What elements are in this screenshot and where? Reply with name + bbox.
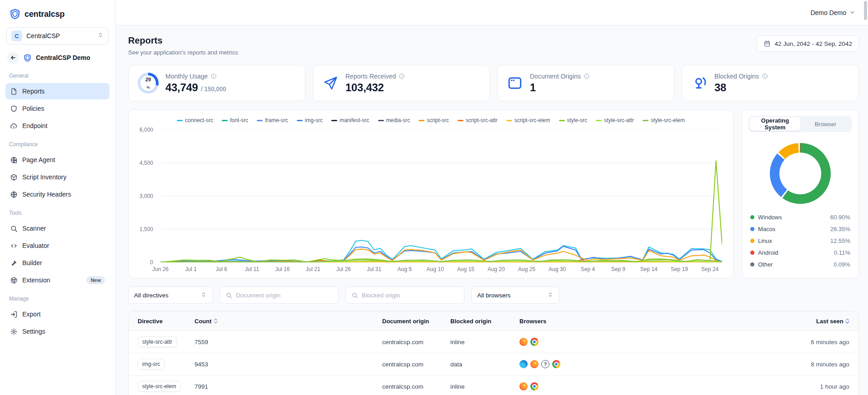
x-tick: Jul 31 [367, 266, 381, 272]
table-row-style-src-attr[interactable]: style-src-attr 7559 centralcsp.com inlin… [129, 331, 858, 353]
legend-style-src-elem: style-src-elem [643, 117, 685, 123]
info-icon[interactable] [210, 73, 217, 79]
sidebar-item-export[interactable]: Export [5, 306, 110, 322]
browsers-filter-select[interactable]: All browsers [471, 286, 559, 304]
sidebar-item-settings[interactable]: Settings [5, 323, 110, 340]
user-name: Demo Demo [810, 9, 846, 16]
back-button[interactable] [7, 52, 19, 64]
sidebar-section-manage: Manage [5, 289, 110, 305]
table-row-style-src-elem[interactable]: style-src-elem 7991 centralcsp.com inlin… [129, 375, 858, 395]
legend-swatch [559, 120, 565, 121]
legend-swatch [297, 120, 303, 121]
donut-hole [779, 153, 821, 194]
brand-logo: centralcsp [5, 6, 110, 25]
code-icon [10, 242, 18, 250]
sidebar-item-script-inventory[interactable]: Script Inventory [5, 169, 110, 185]
x-tick: Jul 1 [185, 266, 196, 272]
x-tick: Sep 14 [640, 266, 658, 272]
directive-badge: img-src [138, 359, 165, 370]
x-tick: Aug 20 [488, 266, 505, 272]
blocked-origin-input[interactable] [362, 292, 459, 299]
x-tick: Sep 9 [611, 266, 625, 272]
count-cell: 7991 [195, 383, 382, 390]
date-range-value: 42 Jun, 2042 - 42 Sep, 2042 [775, 40, 852, 47]
sidebar-item-page-agent[interactable]: Page Agent [5, 152, 110, 168]
hammer-icon [10, 259, 18, 267]
stat-label: Reports Received [345, 73, 396, 80]
stat-card-blocked-origins: Blocked Origins 38 [682, 65, 859, 101]
document-origin-input[interactable] [236, 292, 333, 299]
os-donut-chart [748, 143, 852, 204]
firefox-icon [530, 360, 539, 368]
stat-card-document-origins: Document Origins 1 [497, 65, 674, 101]
info-icon[interactable] [399, 73, 405, 79]
legend-frame-src: frame-src [257, 117, 288, 123]
document-origin-cell: centralcsp.com [382, 339, 450, 346]
legend-dot [750, 215, 754, 219]
main-content: Reports See your application's reports a… [115, 25, 868, 395]
chart-legend: connect-src font-src frame-src img-src m… [137, 116, 725, 125]
firefox-icon [519, 382, 528, 390]
reports-line-chart-card: connect-src font-src frame-src img-src m… [128, 109, 733, 278]
os-legend-linux: Linux 12.55% [750, 237, 850, 244]
donut-ring [770, 143, 831, 204]
y-axis-labels: 01,5003,0004,5006,000 [137, 130, 157, 262]
sidebar-item-evaluator[interactable]: Evaluator [5, 237, 110, 254]
legend-manifest-src: manifest-src [331, 117, 369, 123]
x-tick: Sep 24 [701, 266, 718, 272]
sidebar-item-endpoint[interactable]: Endpoint [5, 118, 110, 134]
directives-filter-select[interactable]: All directives [128, 286, 213, 304]
user-menu[interactable]: Demo Demo [810, 9, 855, 16]
x-tick: Aug 30 [549, 266, 566, 272]
date-range-button[interactable]: 42 Jun, 2042 - 42 Sep, 2042 [757, 35, 859, 52]
stat-value: 103,432 [345, 81, 405, 94]
sidebar-item-builder[interactable]: Builder [5, 255, 110, 271]
sidebar-item-scanner[interactable]: Scanner [5, 220, 110, 237]
last-seen-cell: 8 minutes ago [749, 361, 849, 368]
project-header: CentralCSP Demo [5, 51, 110, 66]
chevron-updown-icon [200, 291, 207, 299]
info-icon[interactable] [762, 73, 768, 79]
legend-media-src: media-src [378, 117, 410, 123]
browsers-cell: ? [519, 360, 749, 368]
x-tick: Aug 25 [518, 266, 535, 272]
sidebar-section-tools: Tools [5, 203, 110, 219]
stat-card-monthly-usage: 29% Monthly Usage 43,749 / 150,000 [128, 65, 305, 101]
tab-operating-system[interactable]: Operating System [750, 117, 800, 131]
col-count-sort[interactable]: Count [195, 318, 382, 325]
sidebar-section-compliance: Compliance [5, 135, 110, 151]
chrome-icon [552, 360, 560, 368]
chevron-updown-icon [97, 32, 104, 40]
os-legend-android: Android 0.11% [750, 249, 850, 256]
sidebar-item-reports[interactable]: Reports [5, 83, 110, 99]
blocked-origin-cell: inline [450, 383, 519, 390]
scrollbar-thumb[interactable] [864, 1, 867, 20]
org-select[interactable]: C CentralCSP [6, 27, 109, 44]
box-icon [10, 173, 18, 181]
legend-swatch [222, 120, 228, 121]
tab-browser[interactable]: Browser [800, 117, 851, 131]
legend-script-src-elem: script-src-elem [506, 117, 550, 123]
y-tick: 1,500 [140, 226, 153, 232]
legend-swatch [596, 120, 602, 121]
chevron-down-icon [849, 10, 855, 15]
col-last-seen-sort[interactable]: Last seen [749, 318, 849, 325]
count-cell: 7559 [195, 339, 382, 346]
info-icon[interactable] [584, 73, 590, 79]
new-badge: New [86, 276, 105, 284]
stat-card-reports-received: Reports Received 103,432 [313, 65, 490, 101]
brand-name: centralcsp [25, 10, 65, 19]
sort-icon-active-desc [845, 318, 849, 324]
x-tick: Jul 21 [306, 266, 320, 272]
chrome-icon [530, 338, 539, 346]
sidebar-item-extension[interactable]: Extension New [5, 272, 110, 288]
sidebar-item-policies[interactable]: Policies [5, 100, 110, 117]
project-name: CentralCSP Demo [36, 54, 90, 61]
x-tick: Jun 26 [152, 266, 169, 272]
firefox-icon [519, 338, 528, 346]
stat-label: Blocked Origins [714, 73, 759, 80]
table-row-img-src[interactable]: img-src 9453 centralcsp.com data ? 8 min… [129, 353, 858, 375]
x-tick: Aug 10 [427, 266, 444, 272]
directive-badge: style-src-elem [138, 381, 181, 392]
sidebar-item-security-headers[interactable]: Security Headers [5, 186, 110, 202]
